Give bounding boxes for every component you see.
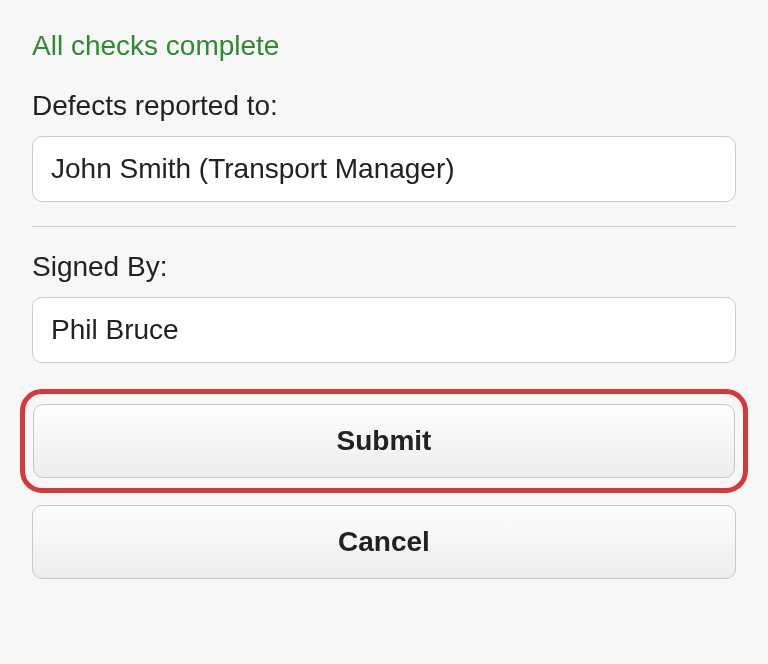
defects-reported-to-label: Defects reported to: <box>32 90 736 122</box>
divider <box>32 226 736 227</box>
status-text: All checks complete <box>32 30 736 62</box>
cancel-button[interactable]: Cancel <box>32 505 736 579</box>
submit-highlight: Submit <box>20 389 748 493</box>
submit-button[interactable]: Submit <box>33 404 735 478</box>
defects-reported-to-input[interactable] <box>32 136 736 202</box>
signed-by-input[interactable] <box>32 297 736 363</box>
signed-by-label: Signed By: <box>32 251 736 283</box>
